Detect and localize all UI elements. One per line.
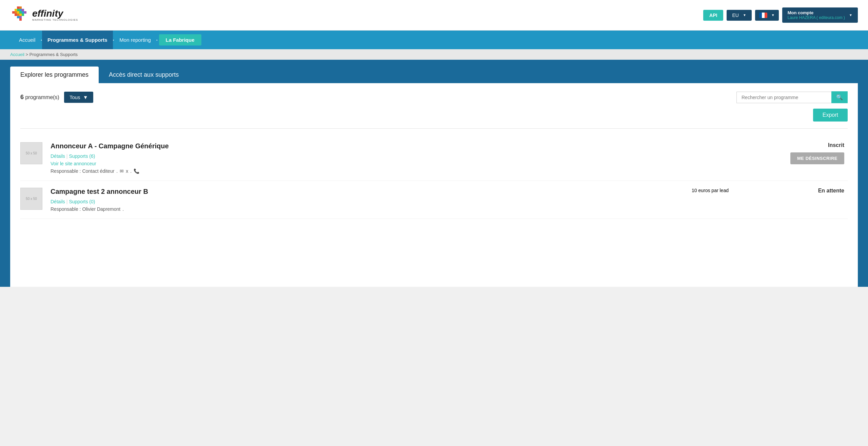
export-button[interactable]: Export <box>813 109 848 122</box>
program-card: 50 x 50 Campagne test 2 annonceur B Déta… <box>20 181 848 219</box>
nav-item-programmes[interactable]: Programmes & Supports <box>42 31 113 49</box>
chevron-down-icon: ▼ <box>743 13 746 17</box>
details-link[interactable]: Détails <box>51 199 65 204</box>
program-thumbnail: 50 x 50 <box>20 188 42 210</box>
chevron-down-icon: ▼ <box>83 94 88 100</box>
chevron-down-icon: ▼ <box>771 13 775 17</box>
header: effinity MARKETING TECHNOLOGIES API EU ▼… <box>0 0 868 31</box>
svg-rect-12 <box>24 11 26 14</box>
svg-rect-1 <box>17 6 19 9</box>
tabs: Explorer les programmes Accès direct aux… <box>10 67 858 83</box>
mail-icon: ✉ <box>120 168 124 174</box>
search-area: 🔍 <box>736 91 848 103</box>
svg-rect-8 <box>15 11 17 14</box>
link-separator: | <box>66 153 68 159</box>
search-input[interactable] <box>736 92 831 103</box>
phone-icon: 📞 <box>134 168 139 174</box>
svg-rect-18 <box>19 16 22 18</box>
breadcrumb-separator: > <box>26 52 29 57</box>
account-dropdown[interactable]: Mon compte Laure HAZERA ( editeura.com )… <box>782 7 858 23</box>
program-status: En attente <box>787 188 848 194</box>
svg-rect-11 <box>22 11 24 14</box>
svg-rect-9 <box>17 11 19 14</box>
contact-label: Responsable : Contact éditeur <box>51 168 114 174</box>
program-title: Campagne test 2 annonceur B <box>51 188 692 196</box>
programs-number: 6 <box>20 94 24 100</box>
breadcrumb-home[interactable]: Accueil <box>10 52 24 57</box>
region-dropdown[interactable]: EU ▼ <box>727 10 751 21</box>
svg-rect-15 <box>19 14 22 16</box>
program-thumbnail: 50 x 50 <box>20 142 42 164</box>
svg-rect-19 <box>19 18 22 21</box>
logo-text: effinity MARKETING TECHNOLOGIES <box>32 9 78 21</box>
thumbnail-label: 50 x 50 <box>26 197 37 201</box>
main-content: 6 programme(s) Tous ▼ 🔍 Export <box>10 83 858 287</box>
breadcrumb: Accueil > Programmes & Supports <box>0 49 868 60</box>
svg-rect-17 <box>17 16 19 18</box>
nav-bar: Accueil ● Programmes & Supports ● Mon re… <box>0 31 868 49</box>
nav-item-reporting[interactable]: Mon reporting <box>114 31 156 49</box>
program-site-link-row: Voir le site annonceur <box>51 161 787 166</box>
filter-dropdown[interactable]: Tous ▼ <box>64 92 94 103</box>
api-button[interactable]: API <box>703 10 723 21</box>
logo-subtitle: MARKETING TECHNOLOGIES <box>32 18 78 21</box>
svg-rect-4 <box>17 9 19 11</box>
svg-rect-6 <box>22 9 24 11</box>
program-links: Détails | Supports (0) <box>51 199 692 204</box>
tab-acces[interactable]: Accès direct aux supports <box>99 67 189 83</box>
programs-count-label: programme(s) <box>25 94 59 100</box>
svg-rect-13 <box>15 14 17 16</box>
site-link[interactable]: Voir le site annonceur <box>51 161 96 166</box>
contact-label: Responsable : Olivier Dapremont <box>51 206 120 212</box>
chevron-down-icon: ▼ <box>849 13 852 17</box>
program-contact: Responsable : Olivier Dapremont . <box>51 206 692 212</box>
svg-rect-2 <box>19 6 22 9</box>
divider <box>20 128 848 129</box>
supports-link[interactable]: Supports (0) <box>69 199 95 204</box>
programs-header: 6 programme(s) Tous ▼ 🔍 <box>20 91 848 103</box>
svg-rect-10 <box>19 11 22 14</box>
program-info: Campagne test 2 annonceur B Détails | Su… <box>51 188 692 212</box>
account-user: Laure HAZERA ( editeura.com ) <box>788 15 845 20</box>
search-icon: 🔍 <box>836 94 843 100</box>
search-button[interactable]: 🔍 <box>831 91 848 103</box>
programs-left: 6 programme(s) Tous ▼ <box>20 92 93 103</box>
logo-icon <box>10 6 29 24</box>
program-status: Inscrit ME DÉSINSCRIRE <box>787 142 848 164</box>
flag-fr-icon <box>759 13 767 18</box>
program-info: Annonceur A - Campagne Générique Détails… <box>51 142 787 174</box>
page-container: Explorer les programmes Accès direct aux… <box>0 60 868 287</box>
link-separator: | <box>66 199 68 204</box>
svg-rect-7 <box>12 11 15 14</box>
breadcrumb-current: Programmes & Supports <box>29 52 78 57</box>
header-controls: API EU ▼ ▼ Mon compte Laure HAZERA ( edi… <box>703 7 858 23</box>
tab-explorer[interactable]: Explorer les programmes <box>10 67 99 83</box>
nav-item-accueil[interactable]: Accueil <box>14 31 41 49</box>
program-contact: Responsable : Contact éditeur . ✉ x . 📞 <box>51 168 787 174</box>
filter-label: Tous <box>70 94 80 100</box>
logo: effinity MARKETING TECHNOLOGIES <box>10 6 78 24</box>
desinscrire-button[interactable]: ME DÉSINSCRIRE <box>790 152 844 164</box>
x-icon: x <box>126 168 128 174</box>
program-card: 50 x 50 Annonceur A - Campagne Générique… <box>20 135 848 181</box>
svg-rect-5 <box>19 9 22 11</box>
status-label: Inscrit <box>787 142 844 148</box>
language-dropdown[interactable]: ▼ <box>755 10 779 21</box>
commission-label: 10 euros par lead <box>692 188 729 193</box>
program-commission: 10 euros par lead <box>692 188 787 193</box>
nav-separator: ● <box>156 39 158 41</box>
dot-separator: . <box>122 206 124 212</box>
status-label: En attente <box>787 188 844 194</box>
dot-separator: . <box>130 168 132 174</box>
svg-rect-3 <box>15 9 17 11</box>
programs-count: 6 programme(s) <box>20 94 59 101</box>
supports-link[interactable]: Supports (6) <box>69 153 95 159</box>
logo-name: effinity <box>32 9 78 18</box>
details-link[interactable]: Détails <box>51 153 65 159</box>
nav-item-fabrique[interactable]: La Fabrique <box>159 34 201 45</box>
program-title: Annonceur A - Campagne Générique <box>51 142 787 150</box>
export-row: Export <box>20 109 848 122</box>
dot-separator: . <box>116 168 118 174</box>
svg-rect-14 <box>17 14 19 16</box>
account-info: Mon compte Laure HAZERA ( editeura.com ) <box>788 10 845 20</box>
